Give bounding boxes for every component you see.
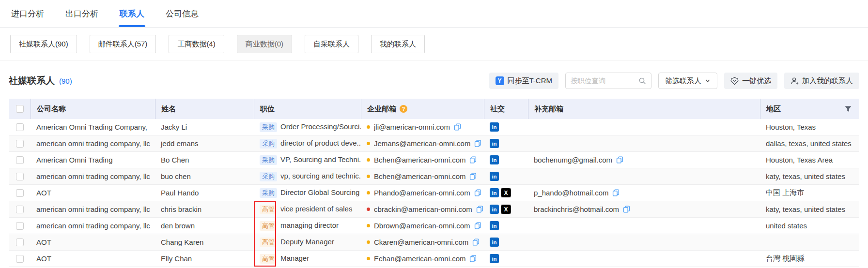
table-row: AOTElly Chan高管ManagerEchan@american-omni… <box>9 251 859 267</box>
filter-chip-1[interactable]: 社媒联系人(90) <box>10 35 77 53</box>
row-checkbox[interactable] <box>16 140 24 148</box>
section-header: 社媒联系人 (90) Y 同步至T-CRM 筛选联系人 一键优选 <box>0 72 868 89</box>
tab-2[interactable]: 出口分析 <box>65 0 98 27</box>
extra-email[interactable]: brackinchris@hotmail.com <box>534 205 619 213</box>
contact-name-cell: Bo Chen <box>155 156 254 164</box>
filter-contacts-dropdown[interactable]: 筛选联系人 <box>658 73 717 89</box>
filter-chip-2[interactable]: 邮件联系人(57) <box>90 35 156 53</box>
col-name: 姓名 <box>155 99 254 119</box>
region-cell: dallas, texas, united states <box>760 139 859 148</box>
x-twitter-icon[interactable]: X <box>501 205 511 214</box>
filter-chip-5[interactable]: 自采联系人 <box>305 35 358 53</box>
copy-icon[interactable] <box>474 189 481 196</box>
row-checkbox[interactable] <box>16 189 24 197</box>
copy-icon[interactable] <box>612 189 620 196</box>
funnel-filter-icon[interactable] <box>845 106 852 112</box>
extra-email[interactable]: bochenumg@gmail.com <box>534 156 612 164</box>
tcrm-logo-icon: Y <box>496 76 504 85</box>
company-email-cell: Bchen@american-omni.com <box>361 172 484 180</box>
position-title: vp, sourcing and technic... <box>280 172 361 180</box>
company-email-cell: Bchen@american-omni.com <box>361 156 484 164</box>
copy-icon[interactable] <box>474 222 481 229</box>
company-email[interactable]: jli@american-omni.com <box>374 123 450 131</box>
col-company-email-label: 企业邮箱 <box>367 104 396 114</box>
extra-email-cell: brackinchris@hotmail.com <box>528 205 760 213</box>
select-all-checkbox[interactable] <box>16 105 24 113</box>
filter-chip-3[interactable]: 工商数据(4) <box>169 35 224 53</box>
company-email[interactable]: Ckaren@american-omni.com <box>374 238 468 246</box>
linkedin-icon[interactable]: in <box>490 172 499 181</box>
position-cell: 高管Manager <box>254 254 361 264</box>
one-click-optimize-button[interactable]: 一键优选 <box>724 73 777 89</box>
copy-icon[interactable] <box>623 206 630 213</box>
position-title: director of product deve... <box>280 139 361 147</box>
company-email[interactable]: Bchen@american-omni.com <box>374 156 465 164</box>
company-email[interactable]: Bchen@american-omni.com <box>374 172 465 180</box>
linkedin-icon[interactable]: in <box>490 205 499 214</box>
linkedin-icon[interactable]: in <box>490 139 499 148</box>
company-email[interactable]: Dbrown@american-omni.com <box>374 222 470 230</box>
sync-tcrm-label: 同步至T-CRM <box>508 76 553 86</box>
row-checkbox[interactable] <box>16 123 24 131</box>
tab-bar: 进口分析出口分析联系人公司信息 <box>0 0 868 28</box>
linkedin-icon[interactable]: in <box>490 254 499 263</box>
copy-icon[interactable] <box>472 238 480 246</box>
company-email[interactable]: Echan@american-omni.com <box>374 254 465 263</box>
row-checkbox-cell <box>9 156 31 164</box>
company-name-cell: American Omni Trading Company, <box>31 123 155 131</box>
copy-icon[interactable] <box>469 173 477 180</box>
extra-email-cell: p_hando@hotmail.com <box>528 189 760 197</box>
contact-name-cell: den brown <box>155 222 254 230</box>
linkedin-icon[interactable]: in <box>490 122 499 132</box>
search-icon[interactable] <box>638 77 646 85</box>
x-twitter-icon[interactable]: X <box>501 188 511 197</box>
copy-icon[interactable] <box>474 140 481 147</box>
sync-tcrm-button[interactable]: Y 同步至T-CRM <box>489 73 559 89</box>
company-email[interactable]: cbrackin@american-omni.com <box>374 205 472 213</box>
filter-chip-6[interactable]: 我的联系人 <box>371 35 425 53</box>
linkedin-icon[interactable]: in <box>490 221 499 230</box>
position-cell: 采购VP, Sourcing and Techni... <box>254 155 361 165</box>
position-badge: 高管 <box>260 238 277 247</box>
company-name-cell: AOT <box>31 238 155 246</box>
social-cell: in <box>484 172 528 181</box>
tab-3[interactable]: 联系人 <box>120 0 144 27</box>
company-email[interactable]: Phando@american-omni.com <box>374 189 470 197</box>
copy-icon[interactable] <box>454 123 461 131</box>
tab-1[interactable]: 进口分析 <box>11 0 44 27</box>
linkedin-icon[interactable]: in <box>490 155 499 164</box>
row-checkbox[interactable] <box>16 255 24 263</box>
linkedin-icon[interactable]: in <box>490 238 499 247</box>
copy-icon[interactable] <box>469 156 477 164</box>
add-to-my-contacts-button[interactable]: 加入我的联系人 <box>784 73 859 89</box>
contact-count: (90) <box>59 77 72 85</box>
position-title: managing director <box>280 221 339 229</box>
row-checkbox[interactable] <box>16 173 24 180</box>
tab-4[interactable]: 公司信息 <box>166 0 199 27</box>
question-circle-icon[interactable]: ? <box>400 105 407 113</box>
row-checkbox-cell <box>9 206 31 213</box>
page-title: 社媒联系人 <box>9 74 55 87</box>
copy-icon[interactable] <box>616 156 623 164</box>
filter-chip-4[interactable]: 商业数据(0) <box>237 35 292 53</box>
table-body: American Omni Trading Company,Jacky Li采购… <box>9 119 859 267</box>
person-plus-icon <box>790 77 799 85</box>
copy-icon[interactable] <box>476 206 483 213</box>
row-checkbox[interactable] <box>16 238 24 246</box>
position-search-input[interactable] <box>571 77 636 85</box>
copy-icon[interactable] <box>469 255 477 262</box>
contact-name-cell: chris brackin <box>155 205 254 213</box>
row-checkbox-cell <box>9 189 31 197</box>
row-checkbox[interactable] <box>16 222 24 230</box>
linkedin-icon[interactable]: in <box>490 188 499 197</box>
position-badge: 采购 <box>260 139 277 149</box>
extra-email[interactable]: p_hando@hotmail.com <box>534 189 608 197</box>
row-checkbox[interactable] <box>16 206 24 213</box>
email-status-dot <box>367 158 370 162</box>
position-cell: 高管vice president of sales <box>254 205 361 214</box>
company-email-cell: Dbrown@american-omni.com <box>361 222 484 230</box>
social-cell: in <box>484 221 528 230</box>
company-email[interactable]: Jemans@american-omni.com <box>374 139 470 148</box>
company-email-cell: Echan@american-omni.com <box>361 254 484 263</box>
row-checkbox[interactable] <box>16 156 24 164</box>
